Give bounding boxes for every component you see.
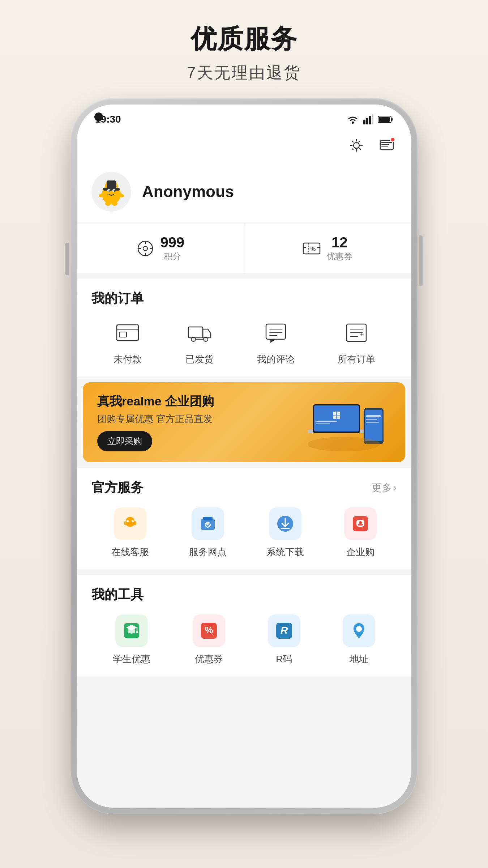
service-point[interactable]: 服务网点 bbox=[189, 507, 227, 558]
svg-point-21 bbox=[105, 201, 111, 206]
points-icon bbox=[136, 239, 154, 258]
order-icons: 未付款 已发货 bbox=[91, 318, 397, 366]
battery-icon bbox=[378, 115, 393, 124]
address-icon bbox=[343, 614, 375, 647]
tools-title: 我的工具 bbox=[91, 586, 144, 604]
coupon-icon: % bbox=[303, 239, 321, 258]
order-unpaid[interactable]: 未付款 bbox=[113, 318, 142, 366]
svg-point-22 bbox=[112, 201, 117, 206]
svg-rect-60 bbox=[365, 410, 382, 441]
svg-rect-1 bbox=[363, 120, 365, 124]
service-download[interactable]: 系统下载 bbox=[266, 507, 304, 558]
status-bar: 19:30 bbox=[77, 105, 411, 130]
all-orders-icon bbox=[342, 318, 371, 347]
message-button[interactable] bbox=[377, 136, 397, 155]
wifi-icon bbox=[347, 114, 359, 124]
points-stat[interactable]: 999 积分 bbox=[77, 224, 244, 273]
coupon-tool-label: 优惠券 bbox=[195, 653, 223, 665]
svg-rect-69 bbox=[203, 517, 213, 520]
user-avatar[interactable] bbox=[91, 172, 131, 212]
svg-rect-63 bbox=[366, 422, 379, 423]
notification-dot bbox=[390, 137, 395, 142]
banner[interactable]: 真我realme 企业团购 团购专属优惠 官方正品直发 立即采购 bbox=[83, 382, 405, 462]
orders-title: 我的订单 bbox=[91, 290, 144, 307]
tool-rcode[interactable]: R R码 bbox=[268, 614, 300, 665]
page-subtitle: 7天无理由退货 bbox=[187, 62, 301, 84]
banner-subtitle: 团购专属优惠 官方正品直发 bbox=[97, 413, 297, 425]
service-customer-label: 在线客服 bbox=[111, 546, 149, 558]
tool-coupon[interactable]: % 优惠券 bbox=[193, 614, 225, 665]
phone-screen: 19:30 bbox=[77, 105, 411, 808]
tool-address[interactable]: 地址 bbox=[343, 614, 375, 665]
service-title: 官方服务 bbox=[91, 479, 144, 497]
banner-title: 真我realme 企业团购 bbox=[97, 393, 297, 410]
svg-point-8 bbox=[354, 142, 359, 148]
all-orders-label: 所有订单 bbox=[338, 353, 375, 366]
system-download-icon bbox=[269, 507, 301, 540]
svg-rect-4 bbox=[372, 114, 373, 124]
svg-rect-34 bbox=[117, 325, 138, 341]
shipped-label: 已发货 bbox=[185, 353, 214, 366]
svg-rect-14 bbox=[107, 180, 116, 188]
my-tools-section: 我的工具 bbox=[77, 575, 411, 676]
svg-point-64 bbox=[308, 437, 380, 451]
service-enterprise[interactable]: 企业购 bbox=[344, 507, 377, 558]
page-header: 优质服务 7天无理由退货 bbox=[187, 0, 301, 98]
order-shipped[interactable]: 已发货 bbox=[185, 318, 214, 366]
service-customer[interactable]: 在线客服 bbox=[111, 507, 149, 558]
svg-point-17 bbox=[108, 190, 110, 192]
svg-point-86 bbox=[356, 626, 362, 632]
tool-student[interactable]: 学生优惠 bbox=[113, 614, 150, 665]
official-service-section: 官方服务 更多 › bbox=[77, 468, 411, 569]
points-number: 999 bbox=[160, 234, 184, 251]
orders-header: 我的订单 bbox=[91, 290, 397, 307]
app-content: Anonymous bbox=[77, 130, 411, 808]
svg-point-24 bbox=[143, 246, 147, 251]
svg-rect-7 bbox=[379, 117, 390, 122]
student-discount-label: 学生优惠 bbox=[113, 653, 150, 665]
banner-button[interactable]: 立即采购 bbox=[97, 431, 152, 451]
coupon-label: 优惠券 bbox=[326, 251, 352, 262]
svg-point-0 bbox=[352, 122, 354, 124]
tools-header: 我的工具 bbox=[91, 586, 397, 604]
review-label: 我的评论 bbox=[257, 353, 295, 366]
svg-rect-41 bbox=[266, 324, 286, 339]
service-icons: 在线客服 服务网点 bbox=[91, 507, 397, 558]
enterprise-buy-label: 企业购 bbox=[346, 546, 374, 558]
r-code-label: R码 bbox=[276, 653, 292, 665]
enterprise-buy-icon bbox=[344, 507, 377, 540]
svg-point-18 bbox=[114, 190, 115, 192]
svg-text:%: % bbox=[311, 246, 316, 252]
svg-rect-75 bbox=[358, 524, 363, 526]
svg-point-80 bbox=[136, 631, 138, 633]
service-more[interactable]: 更多 › bbox=[372, 481, 397, 495]
order-all[interactable]: 所有订单 bbox=[338, 318, 375, 366]
review-icon bbox=[261, 318, 290, 347]
coupon-tool-icon: % bbox=[193, 614, 225, 647]
coupon-number: 12 bbox=[331, 234, 348, 251]
points-label: 积分 bbox=[164, 251, 181, 262]
order-review[interactable]: 我的评论 bbox=[257, 318, 295, 366]
status-icons bbox=[347, 114, 393, 124]
shipped-icon bbox=[185, 318, 214, 347]
page-title: 优质服务 bbox=[187, 22, 301, 56]
unpaid-icon bbox=[113, 318, 142, 347]
svg-text:R: R bbox=[281, 625, 288, 636]
service-point-icon bbox=[192, 507, 224, 540]
signal-icon bbox=[363, 114, 373, 124]
banner-image bbox=[297, 393, 391, 451]
svg-rect-36 bbox=[119, 332, 127, 337]
address-label: 地址 bbox=[350, 653, 368, 665]
orders-section: 我的订单 未付款 bbox=[77, 279, 411, 376]
svg-rect-58 bbox=[316, 423, 330, 424]
coupon-stat[interactable]: % 12 优惠券 bbox=[244, 224, 411, 273]
r-code-icon: R bbox=[268, 614, 300, 647]
svg-rect-61 bbox=[366, 415, 381, 417]
svg-point-76 bbox=[359, 521, 362, 524]
user-section: Anonymous bbox=[77, 161, 411, 222]
svg-point-66 bbox=[127, 520, 129, 522]
banner-text: 真我realme 企业团购 团购专属优惠 官方正品直发 立即采购 bbox=[97, 393, 297, 451]
tools-icons: 学生优惠 % 优惠券 bbox=[91, 614, 397, 665]
settings-button[interactable] bbox=[347, 136, 366, 155]
unpaid-label: 未付款 bbox=[114, 353, 142, 366]
